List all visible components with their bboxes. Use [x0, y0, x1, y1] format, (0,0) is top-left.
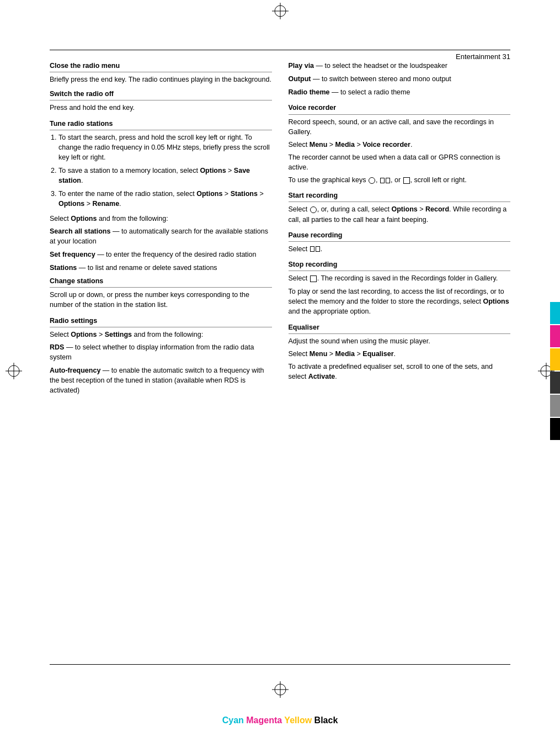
- color-bars: [550, 302, 560, 440]
- gray-bar: [550, 395, 560, 417]
- bottom-color-labels: Cyan Magenta Yellow Black: [0, 716, 560, 725]
- def-output: Output — to switch between stereo and mo…: [289, 74, 511, 84]
- switch-radio-off-heading: Switch the radio off: [50, 89, 272, 100]
- reg-mark-top-center: [272, 3, 289, 19]
- yellow-bar: [550, 348, 560, 370]
- section-radio-settings: Radio settings Select Options > Settings…: [50, 316, 272, 396]
- def-radio-theme: Radio theme — to select a radio theme: [289, 87, 511, 97]
- change-stations-body: Scroll up or down, or press the number k…: [50, 290, 272, 310]
- equaliser-body1: Adjust the sound when using the music pl…: [289, 336, 511, 346]
- icon-circle-start: [310, 206, 317, 213]
- close-radio-menu-heading: Close the radio menu: [50, 61, 272, 72]
- start-recording-body: Select , or, during a call, select Optio…: [289, 204, 511, 224]
- label-magenta: Magenta: [246, 716, 282, 725]
- section-play-via: Play via — to select the headset or the …: [289, 61, 511, 97]
- label-black: Black: [314, 716, 338, 725]
- reg-mark-mid-left: [6, 363, 22, 379]
- tune-step-2: To save a station to a memory location, …: [58, 166, 272, 186]
- icon-stop-graphical: [403, 177, 410, 184]
- def-stations: Stations — to list and rename or delete …: [50, 263, 272, 273]
- pause-recording-body: Select .: [289, 244, 511, 254]
- stop-recording-body: Select . The recording is saved in the R…: [289, 273, 511, 283]
- section-voice-recorder: Voice recorder Record speech, sound, or …: [289, 103, 511, 185]
- section-equaliser: Equaliser Adjust the sound when using th…: [289, 322, 511, 382]
- stop-recording-heading: Stop recording: [289, 259, 511, 271]
- label-yellow: Yellow: [284, 716, 312, 725]
- section-start-recording: Start recording Select , or, during a ca…: [289, 190, 511, 224]
- header-title: Entertainment 31: [456, 52, 510, 61]
- section-last-recording: To play or send the last recording, to a…: [289, 287, 511, 316]
- def-rds: RDS — to select whether to display infor…: [50, 342, 272, 362]
- tune-select-line: Select Options and from the following:: [50, 214, 272, 224]
- icon-stop-btn: [310, 275, 317, 282]
- dark-bar: [550, 372, 560, 394]
- radio-settings-heading: Radio settings: [50, 316, 272, 327]
- header: Entertainment 31: [50, 50, 510, 61]
- tune-steps-list: To start the search, press and hold the …: [50, 132, 272, 209]
- icon-pause-btn1: [310, 246, 314, 252]
- equaliser-body2: To activate a predefined equaliser set, …: [289, 362, 511, 381]
- magenta-bar: [550, 325, 560, 347]
- def-auto-frequency: Auto-frequency — to enable the automatic…: [50, 365, 272, 395]
- change-stations-heading: Change stations: [50, 276, 272, 288]
- icon-pause-btn2: [316, 246, 320, 252]
- black-bar: [550, 418, 560, 440]
- right-column: Play via — to select the headset or the …: [289, 61, 511, 654]
- label-cyan: Cyan: [222, 716, 244, 725]
- section-close-radio-menu: Close the radio menu Briefly press the e…: [50, 61, 272, 84]
- tune-step-3: To enter the name of the radio station, …: [58, 189, 272, 209]
- def-search-all-stations: Search all stations — to automatically s…: [50, 226, 272, 246]
- def-set-frequency: Set frequency — to enter the frequency o…: [50, 250, 272, 259]
- cyan-bar: [550, 302, 560, 324]
- last-recording-body: To play or send the last recording, to a…: [289, 287, 511, 316]
- close-radio-menu-body: Briefly press the end key. The radio con…: [50, 75, 272, 84]
- main-content: Close the radio menu Briefly press the e…: [50, 61, 510, 654]
- pause-recording-heading: Pause recording: [289, 230, 511, 242]
- def-play-via: Play via — to select the headset or the …: [289, 61, 511, 71]
- section-change-stations: Change stations Scroll up or down, or pr…: [50, 276, 272, 310]
- page: Entertainment 31 Close the radio menu Br…: [0, 0, 560, 742]
- voice-recorder-body2: The recorder cannot be used when a data …: [289, 152, 511, 172]
- equaliser-select: Select Menu > Media > Equaliser.: [289, 349, 511, 359]
- radio-settings-select-line: Select Options > Settings and from the f…: [50, 330, 272, 340]
- icon-pause-graphical: [380, 178, 385, 183]
- icon-circle-graphical: [369, 177, 375, 184]
- icon-pause2-graphical: [386, 178, 390, 183]
- section-pause-recording: Pause recording Select .: [289, 230, 511, 254]
- voice-recorder-body1: Record speech, sound, or an active call,…: [289, 117, 511, 137]
- equaliser-heading: Equaliser: [289, 322, 511, 334]
- section-switch-radio-off: Switch the radio off Press and hold the …: [50, 89, 272, 113]
- section-tune-radio-stations: Tune radio stations To start the search,…: [50, 119, 272, 273]
- left-column: Close the radio menu Briefly press the e…: [50, 61, 272, 654]
- tune-step-1: To start the search, press and hold the …: [58, 132, 272, 162]
- section-stop-recording: Stop recording Select . The recording is…: [289, 259, 511, 283]
- voice-recorder-heading: Voice recorder: [289, 103, 511, 114]
- voice-recorder-select: Select Menu > Media > Voice recorder.: [289, 140, 511, 150]
- reg-mark-bottom-center: [272, 681, 289, 698]
- switch-radio-off-body: Press and hold the end key.: [50, 103, 272, 113]
- tune-radio-stations-heading: Tune radio stations: [50, 119, 272, 130]
- footer-line: [50, 664, 510, 665]
- voice-recorder-body3: To use the graphical keys , , or , scrol…: [289, 175, 511, 185]
- start-recording-heading: Start recording: [289, 190, 511, 202]
